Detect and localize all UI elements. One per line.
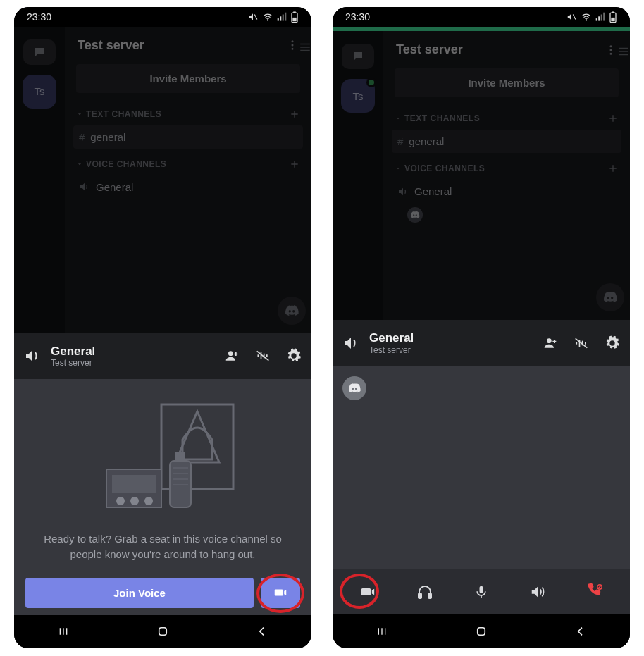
svg-rect-5 — [285, 13, 286, 21]
wifi-icon — [262, 12, 273, 22]
svg-point-10 — [292, 44, 294, 47]
svg-rect-41 — [598, 16, 600, 20]
gear-icon[interactable] — [286, 348, 302, 364]
mute-icon — [566, 12, 577, 22]
chevron-down-icon — [76, 161, 83, 168]
svg-rect-2 — [278, 18, 279, 21]
recents-button[interactable] — [42, 626, 85, 637]
hash-icon: # — [397, 135, 403, 147]
server-view-dimmed: Ts Test server Invite Members TEXT CHANN… — [333, 31, 630, 320]
recents-button[interactable] — [361, 626, 403, 637]
deafen-button[interactable] — [407, 576, 443, 607]
svg-rect-3 — [280, 16, 281, 20]
discord-icon — [284, 304, 299, 317]
speaker-icon — [79, 181, 90, 192]
speaker-toggle-button[interactable] — [519, 576, 556, 607]
text-channel-general[interactable]: # general — [392, 130, 621, 153]
svg-point-25 — [116, 497, 125, 505]
text-channel-general[interactable]: # general — [73, 125, 303, 149]
status-bar: 23:30 — [14, 7, 311, 27]
discord-fab[interactable] — [596, 283, 624, 311]
back-button[interactable] — [241, 625, 283, 638]
join-voice-button[interactable]: Join Voice — [25, 578, 254, 608]
plus-icon[interactable] — [289, 109, 300, 120]
svg-rect-8 — [292, 18, 296, 21]
svg-rect-68 — [478, 628, 485, 636]
videocam-icon — [272, 586, 289, 599]
back-button[interactable] — [559, 625, 602, 638]
voice-channels-section[interactable]: VOICE CHANNELS — [72, 153, 304, 175]
call-controls-bar — [333, 569, 630, 614]
server-avatar-initials: Ts — [35, 85, 45, 97]
noise-suppression-icon[interactable] — [255, 349, 271, 363]
server-avatar[interactable]: Ts — [23, 75, 56, 109]
server-avatar-initials: Ts — [353, 90, 364, 102]
disconnect-button[interactable] — [576, 576, 613, 607]
join-video-button[interactable] — [261, 578, 300, 608]
speaker-icon — [397, 186, 409, 197]
svg-point-15 — [228, 352, 233, 357]
video-toggle-button[interactable] — [349, 576, 386, 607]
discord-avatar-icon — [407, 207, 423, 223]
android-navbar — [14, 615, 311, 648]
svg-rect-7 — [293, 11, 296, 13]
text-channels-section[interactable]: TEXT CHANNELS — [72, 103, 304, 125]
hamburger-icon[interactable] — [297, 41, 311, 54]
voice-channels-section[interactable]: VOICE CHANNELS — [390, 157, 623, 180]
channel-label: general — [90, 131, 125, 143]
voice-channel-title: General — [51, 345, 95, 359]
server-title: Test server — [78, 38, 144, 53]
voice-channel-server: Test server — [51, 358, 95, 368]
channel-panel: Test server Invite Members TEXT CHANNELS… — [383, 31, 630, 320]
headphones-icon — [416, 583, 434, 600]
svg-point-47 — [610, 45, 612, 47]
voice-participant[interactable] — [390, 207, 623, 223]
voice-channel-general[interactable]: General — [392, 180, 621, 203]
svg-rect-59 — [419, 593, 421, 598]
status-time: 23:30 — [27, 11, 51, 23]
speaker-icon[interactable] — [24, 347, 41, 364]
server-title: Test server — [396, 42, 463, 57]
screenshot-left: 23:30 Ts Test server Invite Members — [14, 7, 311, 648]
dm-button[interactable] — [342, 44, 374, 69]
text-channels-section[interactable]: TEXT CHANNELS — [390, 107, 623, 130]
gear-icon[interactable] — [605, 335, 620, 351]
chevron-down-icon — [395, 115, 402, 122]
invite-members-button[interactable]: Invite Members — [76, 64, 300, 93]
voice-channel-header: General Test server — [333, 320, 630, 366]
channel-panel: Test server Invite Members TEXT CHANNELS… — [65, 27, 311, 333]
svg-point-9 — [292, 40, 294, 42]
add-user-icon[interactable] — [543, 336, 558, 350]
plus-icon[interactable] — [607, 113, 619, 124]
home-button[interactable] — [142, 625, 184, 638]
server-list[interactable]: Ts — [333, 31, 383, 320]
svg-point-27 — [144, 497, 153, 505]
plus-icon[interactable] — [289, 159, 300, 170]
mute-icon — [247, 12, 259, 22]
mute-mic-button[interactable] — [463, 576, 500, 607]
voice-channel-header: General Test server — [14, 333, 311, 379]
server-list[interactable]: Ts — [14, 27, 65, 333]
dm-button[interactable] — [23, 39, 56, 65]
plus-icon[interactable] — [607, 163, 619, 174]
add-user-icon[interactable] — [224, 349, 240, 363]
home-button[interactable] — [460, 625, 502, 638]
svg-point-1 — [267, 20, 268, 20]
online-indicator — [366, 78, 376, 87]
invite-members-button[interactable]: Invite Members — [395, 68, 619, 97]
svg-rect-40 — [596, 18, 597, 21]
svg-rect-42 — [601, 15, 602, 21]
server-avatar[interactable]: Ts — [341, 79, 375, 113]
svg-point-48 — [610, 49, 612, 51]
speaker-icon[interactable] — [342, 335, 359, 352]
status-bar: 23:30 — [333, 7, 630, 27]
discord-fab[interactable] — [278, 297, 306, 325]
participant-avatar[interactable] — [342, 376, 366, 400]
screenshot-right: 23:30 Ts Test server Invite Members — [333, 7, 630, 648]
channel-label: General — [414, 185, 452, 197]
voice-channel-server: Test server — [369, 345, 414, 355]
noise-suppression-icon[interactable] — [574, 336, 589, 350]
voice-channel-general[interactable]: General — [73, 175, 303, 199]
hamburger-icon[interactable] — [616, 45, 630, 58]
voice-lobby: Ready to talk? Grab a seat in this voice… — [14, 379, 311, 615]
